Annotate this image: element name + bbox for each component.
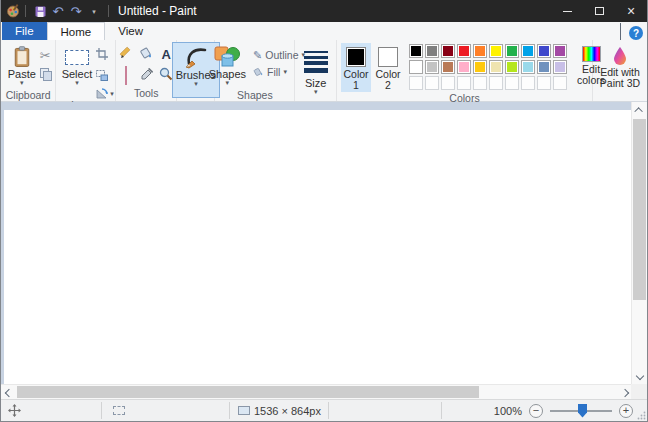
color-picker-tool-button[interactable]	[140, 67, 153, 85]
resize-grip-icon[interactable]	[637, 411, 646, 420]
palette-empty-slot[interactable]	[553, 76, 567, 90]
rotate-button[interactable]: ▾	[96, 88, 114, 99]
color1-label: Color 1	[342, 69, 370, 91]
chevron-up-icon	[620, 23, 621, 41]
tab-file[interactable]: File	[2, 22, 47, 40]
customize-qat-button[interactable]: ▾	[85, 0, 103, 22]
palette-empty-slot[interactable]	[489, 76, 503, 90]
zoom-level-text: 100%	[494, 405, 522, 417]
group-tools: A Tools	[116, 40, 177, 101]
ribbon: Paste ▾ ✂ Clipboard Select ▾	[1, 40, 647, 102]
tab-home[interactable]: Home	[47, 22, 106, 40]
palette-empty-slot[interactable]	[537, 76, 551, 90]
select-rectangle-icon	[65, 50, 89, 65]
zoom-slider-thumb[interactable]	[578, 404, 587, 418]
fill-tool-button[interactable]	[139, 46, 153, 64]
palette-swatch[interactable]	[537, 60, 551, 74]
palette-swatch[interactable]	[537, 44, 551, 58]
group-label-shapes: Shapes	[215, 89, 294, 101]
palette-empty-slot[interactable]	[473, 76, 487, 90]
palette-swatch[interactable]	[457, 44, 471, 58]
help-button[interactable]: ?	[629, 26, 643, 40]
save-icon	[35, 6, 46, 17]
size-button[interactable]: Size ▾	[300, 43, 332, 101]
palette-swatch[interactable]	[441, 44, 455, 58]
close-button[interactable]: ×	[615, 0, 647, 22]
paint3d-droplet-icon	[612, 46, 628, 66]
color2-swatch	[378, 47, 398, 67]
zoom-in-button[interactable]: +	[619, 404, 633, 418]
group-image: Select ▾	[56, 40, 115, 101]
eraser-tool-button[interactable]	[125, 67, 127, 85]
group-shapes: Shapes ▾ ✎ Outline ▾ Fill	[215, 40, 295, 101]
palette-swatch[interactable]	[409, 60, 423, 74]
scroll-down-button[interactable]	[632, 368, 648, 384]
palette-swatch[interactable]	[425, 60, 439, 74]
outline-pencil-icon: ✎	[253, 50, 262, 61]
palette-empty-slot[interactable]	[505, 76, 519, 90]
redo-icon: ↷	[71, 5, 82, 18]
crop-button[interactable]	[96, 46, 114, 64]
titlebar-separator	[108, 5, 109, 17]
color2-button[interactable]: Color 2	[373, 43, 403, 92]
palette-swatch[interactable]	[521, 44, 535, 58]
palette-swatch[interactable]	[441, 60, 455, 74]
horizontal-scrollbar[interactable]	[1, 384, 633, 399]
tab-view[interactable]: View	[105, 22, 156, 40]
zoom-slider[interactable]	[550, 410, 612, 412]
palette-empty-slot[interactable]	[441, 76, 455, 90]
maximize-icon	[595, 7, 604, 15]
color1-swatch	[346, 47, 366, 67]
image-size-icon	[238, 406, 250, 415]
scroll-left-button[interactable]	[1, 385, 17, 400]
redo-button[interactable]: ↷	[67, 0, 85, 22]
color1-button[interactable]: Color 1	[341, 43, 371, 92]
scroll-up-button[interactable]	[632, 102, 648, 118]
palette-empty-slot[interactable]	[521, 76, 535, 90]
canvas[interactable]	[4, 110, 631, 384]
status-divider	[328, 402, 329, 419]
chevron-right-icon	[621, 388, 629, 396]
status-divider	[441, 402, 442, 419]
palette-swatch[interactable]	[553, 44, 567, 58]
select-button[interactable]: Select ▾	[58, 43, 97, 99]
minimize-button[interactable]	[551, 0, 583, 22]
palette-empty-slot[interactable]	[425, 76, 439, 90]
fill-small-icon	[253, 67, 264, 77]
palette-swatch[interactable]	[505, 44, 519, 58]
palette-swatch[interactable]	[489, 44, 503, 58]
selection-size-indicator	[113, 400, 125, 421]
text-tool-button[interactable]: A	[161, 48, 170, 61]
palette-swatch[interactable]	[425, 44, 439, 58]
palette-empty-slot[interactable]	[457, 76, 471, 90]
palette-swatch[interactable]	[457, 60, 471, 74]
shapes-button[interactable]: Shapes ▾	[205, 43, 250, 89]
palette-swatch[interactable]	[489, 60, 503, 74]
palette-empty-slot[interactable]	[409, 76, 423, 90]
cut-button[interactable]: ✂	[40, 46, 53, 64]
paste-button[interactable]: Paste ▾	[4, 43, 40, 89]
eyedropper-icon	[140, 68, 153, 81]
edit-with-paint3d-button[interactable]: Edit with Paint 3D	[591, 43, 648, 101]
undo-button[interactable]: ↶	[49, 0, 67, 22]
copy-button[interactable]	[40, 68, 53, 81]
pencil-tool-button[interactable]	[119, 46, 133, 64]
vertical-scroll-thumb[interactable]	[633, 119, 646, 300]
vertical-scrollbar[interactable]	[631, 102, 647, 384]
palette-swatch[interactable]	[473, 60, 487, 74]
save-button[interactable]	[31, 0, 49, 22]
palette-swatch[interactable]	[473, 44, 487, 58]
horizontal-scroll-thumb[interactable]	[17, 386, 479, 398]
maximize-button[interactable]	[583, 0, 615, 22]
resize-button[interactable]	[96, 67, 114, 85]
palette-swatch[interactable]	[553, 60, 567, 74]
palette-swatch[interactable]	[521, 60, 535, 74]
titlebar-separator	[25, 5, 26, 17]
window-title: Untitled - Paint	[118, 4, 197, 18]
palette-swatch[interactable]	[409, 44, 423, 58]
plus-icon: +	[623, 405, 629, 416]
chevron-down-icon: ▾	[226, 80, 230, 86]
zoom-out-button[interactable]: −	[529, 404, 543, 418]
palette-swatch[interactable]	[505, 60, 519, 74]
outline-label: Outline	[265, 49, 298, 61]
